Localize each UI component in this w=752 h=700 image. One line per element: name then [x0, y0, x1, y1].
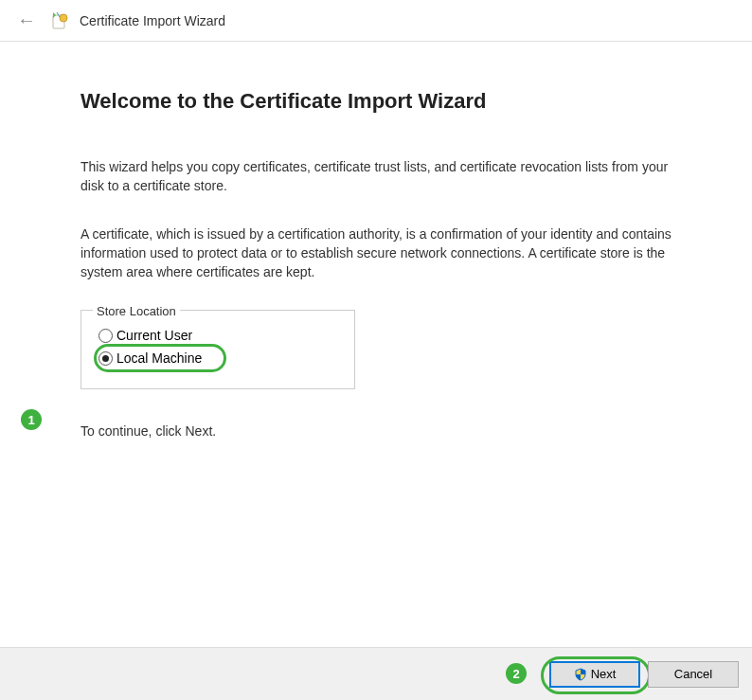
- svg-point-1: [60, 14, 67, 22]
- back-arrow-icon[interactable]: ←: [11, 9, 42, 31]
- page-heading: Welcome to the Certificate Import Wizard: [81, 89, 671, 114]
- certificate-icon: [51, 11, 70, 30]
- radio-icon: [98, 329, 113, 343]
- cancel-button-label: Cancel: [674, 667, 712, 681]
- intro-paragraph-1: This wizard helps you copy certificates,…: [81, 157, 671, 196]
- fieldset-legend: Store Location: [93, 304, 180, 318]
- radio-icon: [98, 351, 113, 366]
- radio-current-user[interactable]: Current User: [98, 328, 343, 343]
- wizard-content: Welcome to the Certificate Import Wizard…: [0, 42, 752, 458]
- continue-text: To continue, click Next.: [81, 423, 671, 439]
- window-title: Certificate Import Wizard: [80, 13, 225, 28]
- next-button-label: Next: [591, 667, 617, 681]
- radio-label: Current User: [116, 328, 192, 343]
- next-button[interactable]: Next: [549, 661, 640, 688]
- intro-paragraph-2: A certificate, which is issued by a cert…: [81, 224, 671, 282]
- wizard-footer: Next Cancel: [0, 647, 752, 700]
- store-location-group: Store Location Current User Local Machin…: [81, 310, 355, 389]
- radio-label: Local Machine: [116, 350, 202, 366]
- titlebar: ← Certificate Import Wizard: [0, 0, 752, 42]
- shield-icon: [574, 668, 587, 681]
- cancel-button[interactable]: Cancel: [648, 661, 739, 688]
- radio-local-machine[interactable]: Local Machine: [98, 350, 343, 366]
